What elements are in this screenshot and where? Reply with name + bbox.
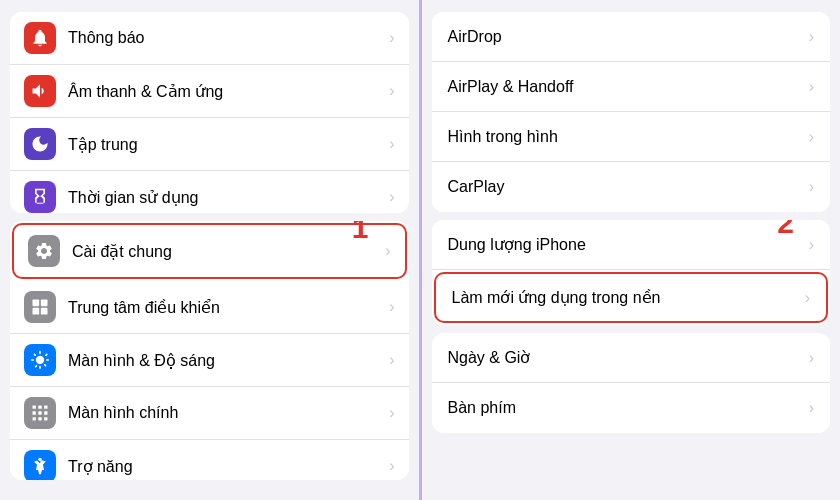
carplay-label: CarPlay [448,178,809,196]
trung-tam-label: Trung tâm điều khiển [68,298,389,317]
chevron-icon: › [385,242,390,260]
svg-rect-0 [33,300,40,307]
right-item-hinh-trong-hinh[interactable]: Hình trong hình › [432,112,831,162]
right-item-airplay[interactable]: AirPlay & Handoff › [432,62,831,112]
step-2-badge: 2 [777,220,794,240]
sidebar-item-man-hinh-chinh[interactable]: Màn hình chính › [10,387,409,440]
svg-rect-6 [44,406,47,409]
sidebar-item-tro-nang[interactable]: Trợ năng › [10,440,409,480]
chevron-icon: › [389,29,394,47]
right-panel: AirDrop › AirPlay & Handoff › Hình trong… [422,0,841,500]
right-group-2: Dung lượng iPhone › 2 Làm mới ứng dụng t… [432,220,831,325]
chevron-icon: › [389,135,394,153]
brightness-icon [24,344,56,376]
hinh-trong-hinh-label: Hình trong hình [448,128,809,146]
svg-rect-8 [38,412,41,415]
sidebar-item-man-hinh-do-sang[interactable]: Màn hình & Độ sáng › [10,334,409,387]
tap-trung-label: Tập trung [68,135,389,154]
chevron-icon: › [809,128,814,146]
chevron-icon: › [809,78,814,96]
left-panel: Thông báo › Âm thanh & Cảm ứng › Tập tru… [0,0,419,500]
right-item-ban-phim[interactable]: Bàn phím › [432,383,831,433]
svg-rect-4 [33,406,36,409]
right-group-1: AirDrop › AirPlay & Handoff › Hình trong… [432,12,831,212]
right-item-lam-moi[interactable]: Làm mới ứng dụng trong nền › [434,272,829,323]
chevron-icon: › [809,399,814,417]
moon-icon [24,128,56,160]
man-hinh-chinh-label: Màn hình chính [68,404,389,422]
svg-rect-3 [41,308,48,315]
airdrop-label: AirDrop [448,28,809,46]
right-item-airdrop[interactable]: AirDrop › [432,12,831,62]
cai-dat-chung-label: Cài đặt chung [72,242,385,261]
chevron-icon: › [389,82,394,100]
svg-rect-7 [33,412,36,415]
accessibility-icon [24,450,56,480]
sidebar-item-trung-tam[interactable]: Trung tâm điều khiển › [10,281,409,334]
airplay-label: AirPlay & Handoff [448,78,809,96]
chevron-icon: › [389,404,394,422]
left-group-1: Thông báo › Âm thanh & Cảm ứng › Tập tru… [10,12,409,213]
bell-icon [24,22,56,54]
svg-rect-9 [44,412,47,415]
chevron-icon: › [809,349,814,367]
chevron-icon: › [809,236,814,254]
gear-icon [28,235,60,267]
thoi-gian-label: Thời gian sử dụng [68,188,389,207]
tro-nang-label: Trợ năng [68,457,389,476]
right-group-3: Ngày & Giờ › Bàn phím › [432,333,831,433]
sound-icon [24,75,56,107]
svg-rect-11 [38,418,41,421]
am-thanh-label: Âm thanh & Cảm ứng [68,82,389,101]
chevron-icon: › [809,178,814,196]
hourglass-icon [24,181,56,213]
sidebar-item-tap-trung[interactable]: Tập trung › [10,118,409,171]
sidebar-item-am-thanh[interactable]: Âm thanh & Cảm ứng › [10,65,409,118]
svg-rect-2 [33,308,40,315]
chevron-icon: › [805,289,810,307]
chevron-icon: › [389,457,394,475]
sidebar-item-cai-dat-chung[interactable]: Cài đặt chung › 1 [12,223,407,279]
step-1-badge: 1 [352,221,369,245]
right-item-dung-luong[interactable]: Dung lượng iPhone › 2 [432,220,831,270]
svg-rect-10 [33,418,36,421]
chevron-icon: › [809,28,814,46]
controls-icon [24,291,56,323]
svg-rect-1 [41,300,48,307]
sidebar-item-thong-bao[interactable]: Thông báo › [10,12,409,65]
chevron-icon: › [389,351,394,369]
ban-phim-label: Bàn phím [448,399,809,417]
chevron-icon: › [389,298,394,316]
sidebar-item-thoi-gian[interactable]: Thời gian sử dụng › [10,171,409,213]
lam-moi-label: Làm mới ứng dụng trong nền [452,288,805,307]
svg-rect-12 [44,418,47,421]
man-hinh-do-sang-label: Màn hình & Độ sáng [68,351,389,370]
svg-rect-5 [38,406,41,409]
right-item-ngay-gio[interactable]: Ngày & Giờ › [432,333,831,383]
right-item-carplay[interactable]: CarPlay › [432,162,831,212]
grid-icon [24,397,56,429]
thong-bao-label: Thông báo [68,29,389,47]
ngay-gio-label: Ngày & Giờ [448,348,809,367]
chevron-icon: › [389,188,394,206]
dung-luong-label: Dung lượng iPhone [448,235,809,254]
left-group-2: Cài đặt chung › 1 Trung tâm điều khiển › [10,221,409,480]
